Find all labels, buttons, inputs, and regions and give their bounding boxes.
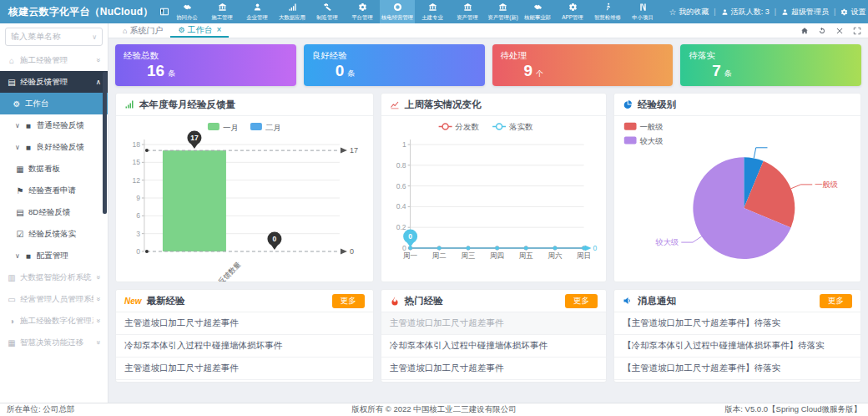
sidebar: 输入菜单名称 ∨ ⌂施工经验管理»▤经验反馈管理∧⚙工作台∨■普通经验反馈∨■良… bbox=[0, 23, 108, 403]
close-tab-icon[interactable]: × bbox=[217, 25, 222, 34]
svg-text:周一: 周一 bbox=[403, 251, 417, 260]
more-button[interactable]: 更多 bbox=[332, 294, 365, 308]
nav-menu-item-label: 大数据应用 bbox=[279, 13, 305, 21]
new-icon: New bbox=[124, 297, 142, 306]
more-button[interactable]: 更多 bbox=[565, 294, 598, 308]
tab-label: 系统门户 bbox=[129, 25, 163, 37]
fullscreen-icon[interactable] bbox=[853, 27, 861, 35]
stat-card-value: 7条 bbox=[689, 62, 853, 83]
sidebar-item[interactable]: ▦数据看板 bbox=[0, 158, 108, 180]
refresh-icon[interactable] bbox=[818, 27, 826, 35]
more-button[interactable]: 更多 bbox=[820, 294, 852, 308]
nav-menu-item-label: 企业管理 bbox=[247, 13, 269, 21]
speaker-icon bbox=[623, 296, 633, 306]
sidebar-item[interactable]: ◑施工经验数字化管理系统» bbox=[0, 310, 108, 332]
svg-text:落实数: 落实数 bbox=[509, 122, 533, 131]
nav-menu-item-label: 施工管理 bbox=[212, 13, 234, 21]
nav-menu-item-label: 核能事业部 bbox=[524, 13, 551, 21]
sidebar-scrollbar[interactable] bbox=[103, 72, 107, 214]
gear-icon bbox=[358, 3, 367, 12]
sidebar-item[interactable]: ⚙工作台 bbox=[0, 93, 108, 114]
sidebar-item[interactable]: ▤经验反馈管理∧ bbox=[0, 71, 108, 93]
separator: | bbox=[834, 8, 835, 16]
panel-title: 热门经验 bbox=[405, 295, 443, 307]
chevrons-down-icon: » bbox=[97, 56, 101, 64]
panel-title: 上周落实情况变化 bbox=[405, 99, 482, 111]
list-item[interactable]: 冷却泵本体引入过程中碰撞墙体损坏事件 bbox=[116, 335, 373, 358]
bank-icon bbox=[218, 3, 227, 12]
book-icon: ▤ bbox=[7, 78, 17, 87]
sidebar-item[interactable]: ▤8D经验反馈 bbox=[0, 201, 108, 223]
close-icon[interactable] bbox=[835, 27, 844, 35]
nav-menu-item[interactable]: 土建专业 bbox=[415, 0, 450, 23]
hammer-icon bbox=[323, 3, 332, 12]
sidebar-item-label: 良好经验反馈 bbox=[37, 142, 101, 153]
gear-icon bbox=[568, 3, 578, 12]
sidebar-item[interactable]: ⌂施工经验管理» bbox=[0, 49, 108, 71]
svg-text:18: 18 bbox=[132, 140, 140, 149]
nav-menu-item[interactable]: 制造管理 bbox=[310, 0, 345, 23]
tab-workbench[interactable]: ⚙ 工作台 × bbox=[170, 23, 229, 38]
nav-menu-item[interactable]: 施工管理 bbox=[204, 0, 240, 23]
menu-search-select[interactable]: 输入菜单名称 ∨ bbox=[5, 28, 103, 46]
tab-label: 工作台 bbox=[188, 24, 213, 36]
list-item[interactable]: 【冷却泵本体引入过程中碰撞墙体损坏事件】待落实 bbox=[614, 335, 860, 358]
folder-icon: ■ bbox=[23, 251, 33, 261]
chevrons-down-icon: » bbox=[97, 273, 101, 282]
nav-menu-item[interactable]: 资产管理(新) bbox=[485, 0, 520, 23]
handshake-icon bbox=[183, 3, 192, 12]
navbar-action-item[interactable]: 超级管理员 bbox=[781, 7, 829, 18]
dashboard-icon: ▦ bbox=[15, 165, 25, 174]
half-circle-icon: ◑ bbox=[7, 317, 17, 326]
chevron-down-icon: ∨ bbox=[92, 33, 97, 41]
sidebar-item-label: 施工经验数字化管理系统 bbox=[20, 316, 93, 327]
app-title: 核建云数字化平台（NuCloud） bbox=[0, 0, 159, 23]
stat-card-unit: 条 bbox=[347, 69, 355, 78]
sidebar-item[interactable]: ∨■配置管理 bbox=[0, 245, 108, 266]
list-item[interactable]: 冷却泵本体引入过程中碰撞墙体损坏事件 bbox=[381, 335, 606, 358]
list-item[interactable]: 主管道坡口加工尺寸超差事件 bbox=[381, 312, 606, 335]
stat-card: 待落实7条 bbox=[680, 44, 861, 86]
line-chart: 分发数落实数00.20.40.60.81周一周二周三周四周五周六周日00 bbox=[381, 116, 606, 282]
list-item[interactable]: 主管道坡口加工尺寸超差事件 bbox=[116, 312, 373, 335]
sidebar-item[interactable]: ⚑经验查看申请 bbox=[0, 180, 108, 201]
nav-menu-item[interactable]: 平台管理 bbox=[345, 0, 380, 23]
bar-chart-icon bbox=[288, 3, 297, 12]
nav-menu-item[interactable]: 核电经营管理 bbox=[380, 0, 415, 23]
nav-menu-item[interactable]: 资产管理 bbox=[450, 0, 485, 23]
chevron-down-icon: ∨ bbox=[15, 144, 20, 151]
sidebar-item-label: 配置管理 bbox=[37, 251, 101, 261]
sidebar-item[interactable]: ▭经营管理人员管理系统» bbox=[0, 288, 108, 310]
nav-menu-item[interactable]: 核能事业部 bbox=[520, 0, 555, 23]
svg-text:0.4: 0.4 bbox=[396, 202, 406, 211]
list-item[interactable]: 【主管道坡口加工尺寸超差事件】待落实 bbox=[614, 312, 860, 335]
home-icon[interactable] bbox=[800, 27, 809, 35]
list-item[interactable]: 【主管道坡口加工尺寸超差事件】待落实 bbox=[614, 358, 860, 380]
bank-icon bbox=[498, 3, 507, 12]
navbar-action-item[interactable]: 活跃人数: 3 bbox=[721, 7, 770, 18]
nav-menu-item-label: 资产管理 bbox=[457, 13, 479, 21]
nav-menu-item[interactable]: 中小项目 bbox=[625, 0, 660, 23]
sidebar-item[interactable]: ∨■普通经验反馈 bbox=[0, 114, 108, 136]
chart-icon: ▥ bbox=[7, 273, 17, 282]
nav-menu-item[interactable]: APP管理 bbox=[555, 0, 590, 23]
nav-menu-item[interactable]: 智慧检维修 bbox=[590, 0, 625, 23]
nav-menu-item[interactable]: 企业管理 bbox=[240, 0, 275, 23]
n-box-icon bbox=[638, 3, 648, 12]
sidebar-item[interactable]: ▦智慧决策功能迁移» bbox=[0, 332, 108, 353]
tab-system-portal[interactable]: ⌂ 系统门户 bbox=[115, 23, 170, 38]
sidebar-toggle-icon[interactable] bbox=[159, 0, 169, 23]
navbar-action-favorites[interactable]: ☆我的收藏 bbox=[669, 7, 709, 18]
panel-title: 经验级别 bbox=[638, 99, 676, 111]
sidebar-item[interactable]: ∨■良好经验反馈 bbox=[0, 136, 108, 158]
chevron-up-icon: ∧ bbox=[96, 78, 101, 86]
sidebar-item[interactable]: ▥大数据智能分析系统» bbox=[0, 266, 108, 288]
user-icon bbox=[721, 8, 729, 16]
nav-menu-item[interactable]: 协同办公 bbox=[169, 0, 204, 23]
list-item[interactable]: 主管道坡口加工尺寸超差事件 bbox=[381, 358, 606, 380]
stat-card-label: 待落实 bbox=[689, 50, 853, 62]
sidebar-item[interactable]: ☑经验反馈落实 bbox=[0, 223, 108, 245]
list-item[interactable]: 主管道坡口加工尺寸超差事件 bbox=[116, 358, 373, 380]
nav-menu-item[interactable]: 大数据应用 bbox=[275, 0, 310, 23]
navbar-action-item[interactable]: 设置▾ bbox=[840, 7, 868, 18]
